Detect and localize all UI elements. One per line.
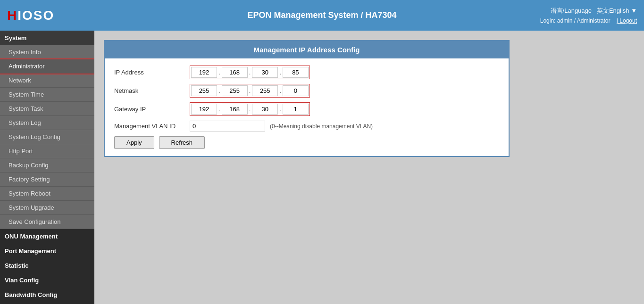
header: HIOSO EPON Management System / HA7304 语言… xyxy=(0,0,644,31)
login-info: Login: admin / Administrator | Logout xyxy=(540,17,637,24)
sidebar-section-bandwidth-config[interactable]: Bandwidth Config xyxy=(0,288,94,302)
sidebar-item-http-port[interactable]: Http Port xyxy=(0,144,94,158)
sidebar-section-port-management[interactable]: Port Management xyxy=(0,244,94,258)
netmask-octet3[interactable] xyxy=(252,85,278,96)
gateway-dot-1: . xyxy=(217,106,222,113)
logo-text: HIOSO xyxy=(7,8,54,23)
apply-button[interactable]: Apply xyxy=(114,136,154,149)
netmask-row: Netmask . . . xyxy=(114,84,499,98)
config-title: Management IP Address Config xyxy=(105,41,509,58)
gateway-ip-octet2[interactable] xyxy=(222,104,248,115)
netmask-octet4[interactable] xyxy=(283,85,309,96)
sidebar-item-system-reboot[interactable]: System Reboot xyxy=(0,187,94,201)
logo-h: H xyxy=(7,8,17,23)
gateway-ip-octet4[interactable] xyxy=(283,104,309,115)
ip-address-octet4[interactable] xyxy=(283,67,309,78)
header-title: EPON Management System / HA7304 xyxy=(247,10,396,20)
vlan-id-label: Management VLAN ID xyxy=(114,123,190,130)
sidebar: System System Info Administrator Network… xyxy=(0,31,94,304)
sidebar-item-administrator[interactable]: Administrator xyxy=(0,59,94,74)
sidebar-item-save-configuration[interactable]: Save Configuration xyxy=(0,215,94,229)
gateway-ip-octet1[interactable] xyxy=(191,104,217,115)
gateway-dot-3: . xyxy=(278,106,283,113)
netmask-dot-1: . xyxy=(217,87,222,94)
netmask-group: . . . xyxy=(190,84,310,98)
ip-address-octet2[interactable] xyxy=(222,67,248,78)
sidebar-item-system-time[interactable]: System Time xyxy=(0,88,94,102)
sidebar-item-system-log[interactable]: System Log xyxy=(0,116,94,130)
language-selector[interactable]: 语言/Language 英文English ▼ xyxy=(551,7,637,15)
gateway-ip-row: Gateway IP . . . xyxy=(114,102,499,116)
sidebar-item-system-task[interactable]: System Task xyxy=(0,102,94,116)
sidebar-item-network[interactable]: Network xyxy=(0,74,94,88)
buttons-row: Apply Refresh xyxy=(114,136,499,149)
ip-address-octet1[interactable] xyxy=(191,67,217,78)
sidebar-section-vlan-config[interactable]: Vlan Config xyxy=(0,273,94,288)
ip-address-label: IP Address xyxy=(114,69,190,76)
header-right: 语言/Language 英文English ▼ Login: admin / A… xyxy=(540,0,637,31)
vlan-hint: (0--Meaning disable management VLAN) xyxy=(270,123,373,130)
vlan-id-input[interactable] xyxy=(190,121,265,131)
ip-address-octet3[interactable] xyxy=(252,67,278,78)
sidebar-section-system[interactable]: System xyxy=(0,31,94,45)
netmask-octet1[interactable] xyxy=(191,85,217,96)
ip-dot-1: . xyxy=(217,69,222,76)
main-content: Management IP Address Config IP Address … xyxy=(94,31,644,304)
ip-dot-3: . xyxy=(278,69,283,76)
netmask-label: Netmask xyxy=(114,87,190,94)
gateway-ip-label: Gateway IP xyxy=(114,106,190,113)
gateway-dot-2: . xyxy=(248,106,252,113)
logout-link[interactable]: | Logout xyxy=(617,17,637,24)
sidebar-item-system-log-config[interactable]: System Log Config xyxy=(0,130,94,144)
logo: HIOSO xyxy=(7,8,54,23)
netmask-dot-3: . xyxy=(278,87,283,94)
ip-address-row: IP Address . . . xyxy=(114,66,499,79)
language-label: 语言/Language xyxy=(551,7,592,14)
sidebar-item-system-info[interactable]: System Info xyxy=(0,45,94,59)
sidebar-item-system-upgrade[interactable]: System Upgrade xyxy=(0,201,94,215)
ip-dot-2: . xyxy=(248,69,252,76)
vlan-id-row: Management VLAN ID (0--Meaning disable m… xyxy=(114,121,499,131)
sidebar-section-statistic[interactable]: Statistic xyxy=(0,258,94,273)
sidebar-item-factory-setting[interactable]: Factory Setting xyxy=(0,173,94,187)
logo-rest: IOSO xyxy=(17,8,54,23)
gateway-ip-group: . . . xyxy=(190,102,310,116)
netmask-octet2[interactable] xyxy=(222,85,248,96)
sidebar-section-olt-mac-config[interactable]: OLT Mac Config xyxy=(0,302,94,304)
refresh-button[interactable]: Refresh xyxy=(159,136,205,149)
gateway-ip-octet3[interactable] xyxy=(252,104,278,115)
config-panel: Management IP Address Config IP Address … xyxy=(104,40,510,157)
config-body: IP Address . . . Netmask xyxy=(105,58,509,156)
sidebar-item-backup-config[interactable]: Backup Config xyxy=(0,158,94,173)
netmask-dot-2: . xyxy=(248,87,252,94)
sidebar-section-onu-management[interactable]: ONU Management xyxy=(0,229,94,244)
login-text: Login: admin / Administrator xyxy=(540,17,611,24)
layout: System System Info Administrator Network… xyxy=(0,31,644,304)
ip-address-group: . . . xyxy=(190,66,310,79)
language-value: 英文English xyxy=(597,7,629,14)
